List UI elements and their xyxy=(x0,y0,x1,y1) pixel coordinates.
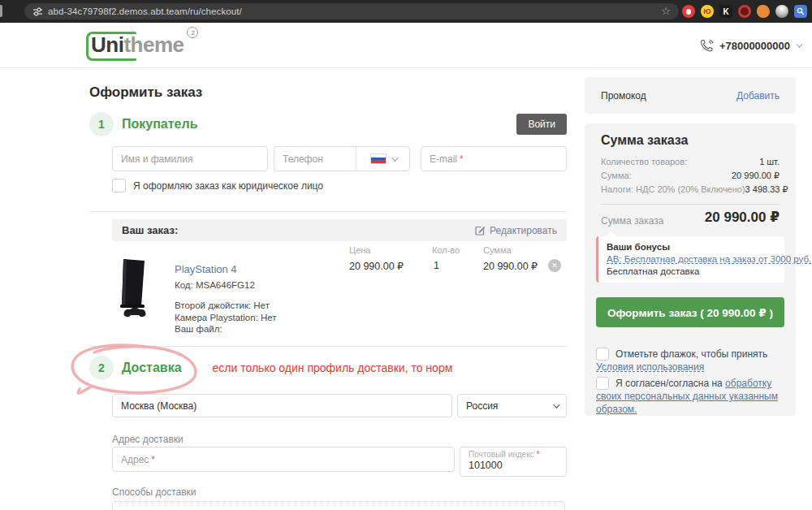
divider xyxy=(601,204,780,205)
extensions-row: Ю K xyxy=(682,0,812,23)
russia-flag-icon xyxy=(370,153,387,164)
order-title: Ваш заказ: xyxy=(122,224,178,236)
name-input[interactable] xyxy=(112,146,268,171)
product-info: PlayStation 4 Код: MSA646FG12 Второй джо… xyxy=(175,261,277,335)
yandex-extension-icon[interactable]: Ю xyxy=(701,5,714,18)
required-asterisk: * xyxy=(460,153,464,165)
search-extension-icon[interactable] xyxy=(794,5,807,18)
checkout-main: Оформить заказ 1 Покупатель Войти E-mail… xyxy=(89,81,567,510)
logo-text-theme: theme xyxy=(123,32,184,57)
pencil-icon xyxy=(475,225,486,236)
bookmark-star-icon[interactable]: ☆ xyxy=(661,5,671,17)
address-bar[interactable]: abd-34c79798f2.demos.abt.team/ru/checkou… xyxy=(24,3,679,19)
login-button[interactable]: Войти xyxy=(516,114,567,135)
chevron-down-icon xyxy=(553,401,559,408)
terms-link[interactable]: Условия использования xyxy=(596,361,704,373)
zip-value: 101000 xyxy=(469,460,558,471)
logo-version-badge: 2 xyxy=(187,27,198,38)
bonus-text: Бесплатная доставка xyxy=(607,266,776,278)
required-asterisk: * xyxy=(151,454,155,465)
divider xyxy=(89,346,567,347)
sphere-extension-icon[interactable] xyxy=(775,5,788,18)
bonus-promo-link[interactable]: АВ: Бесплатная доставка на заказ от 3000… xyxy=(607,253,776,266)
product-sum: 20 990.00 ₽ xyxy=(483,260,538,272)
phone-input-group xyxy=(274,146,410,171)
red-extension-icon[interactable] xyxy=(682,5,695,18)
window-edge-sliver xyxy=(0,5,2,17)
product-code: Код: MSA646FG12 xyxy=(175,280,277,290)
site-header: Unitheme 2 +78000000000 xyxy=(0,23,812,68)
header-phone-number: +78000000000 xyxy=(719,40,790,52)
country-select[interactable]: Россия xyxy=(457,394,567,417)
legal-entity-label: Я оформляю заказ как юридическое лицо xyxy=(133,180,323,192)
site-settings-icon[interactable] xyxy=(32,6,43,17)
url-text[interactable]: abd-34c79798f2.demos.abt.team/ru/checkou… xyxy=(48,6,242,16)
column-header-qty: Кол-во xyxy=(432,245,460,255)
terms-checkbox-row: Отметьте флажок, чтобы принять Условия и… xyxy=(596,348,784,374)
product-spec: Ваш файл: xyxy=(175,323,277,335)
city-input[interactable] xyxy=(112,394,452,417)
edit-order-link[interactable]: Редактировать xyxy=(475,225,557,236)
step2-number-badge: 2 xyxy=(89,356,114,380)
k-extension-icon[interactable]: K xyxy=(719,5,732,18)
product-price: 20 990.00 ₽ xyxy=(349,260,404,272)
consent-text: Я согласен/согласна на xyxy=(615,378,725,389)
terms-checkbox[interactable] xyxy=(596,348,609,361)
bonuses-box: Ваши бонусы АВ: Бесплатная доставка на з… xyxy=(596,236,784,283)
product-image[interactable] xyxy=(112,257,158,324)
city-country-row: Россия xyxy=(112,394,567,417)
step1-title: Покупатель xyxy=(122,117,197,132)
zip-input[interactable]: Почтовый индекс* 101000 xyxy=(460,447,567,477)
promo-add-link[interactable]: Добавить xyxy=(736,90,780,102)
header-phone-block[interactable]: +78000000000 xyxy=(700,23,801,68)
phone-icon xyxy=(700,39,714,53)
address-section-label: Адрес доставки xyxy=(112,434,184,445)
summary-title: Сумма заказа xyxy=(601,133,688,148)
fox-extension-icon[interactable] xyxy=(757,5,770,18)
step1-header: 1 Покупатель Войти xyxy=(89,112,567,136)
shipping-methods-box xyxy=(112,501,565,510)
product-specs: Второй джойстик: Нет Камера Playstation:… xyxy=(175,300,277,335)
column-header-sum: Сумма xyxy=(483,245,512,255)
country-code-dropdown[interactable] xyxy=(356,153,409,164)
submit-order-button[interactable]: Оформить заказ ( 20 990.00 ₽ ) xyxy=(596,297,784,327)
terms-text: Отметьте флажок, чтобы принять xyxy=(615,348,767,360)
page-title: Оформить заказ xyxy=(89,84,202,101)
shipping-section-label: Способы доставки xyxy=(112,486,197,498)
consent-checkbox-row: Я согласен/согласна на обработку своих п… xyxy=(596,377,784,416)
email-input[interactable]: E-mail * xyxy=(421,146,567,171)
required-asterisk: * xyxy=(537,450,540,459)
reviewer-annotation-text: если только один профиль доставки, то но… xyxy=(213,361,453,374)
summary-row-subtotal: Сумма: 20 990.00 ₽ xyxy=(601,171,780,181)
summary-row-taxes: Налоги: НДС 20% (20% Включено) 3 498.33 … xyxy=(601,184,780,195)
promo-card: Промокод Добавить xyxy=(585,77,796,114)
bonuses-title: Ваши бонусы xyxy=(607,241,776,253)
legal-entity-checkbox[interactable] xyxy=(112,179,126,192)
chevron-down-icon xyxy=(796,41,802,47)
total-value: 20 990.00 ₽ xyxy=(705,209,780,226)
consent-checkbox[interactable] xyxy=(596,377,609,390)
remove-item-button[interactable]: ✕ xyxy=(548,259,561,272)
site-logo[interactable]: Unitheme 2 xyxy=(91,32,184,58)
browser-toolbar: abd-34c79798f2.demos.abt.team/ru/checkou… xyxy=(0,0,812,23)
step2-header: 2 Доставка если только один профиль дост… xyxy=(89,356,567,380)
phone-input[interactable] xyxy=(274,153,356,165)
total-label: Сумма заказа xyxy=(601,215,663,227)
order-header-bar: Ваш заказ: Редактировать xyxy=(112,219,567,241)
clock-extension-icon[interactable] xyxy=(738,5,751,18)
order-summary-card: Сумма заказа Количество товаров: 1 шт. С… xyxy=(585,123,796,416)
step1-number-badge: 1 xyxy=(89,112,114,136)
column-header-price: Цена xyxy=(349,245,370,255)
address-row: Адрес * Почтовый индекс* 101000 xyxy=(112,447,567,477)
divider xyxy=(89,211,567,212)
product-spec: Второй джойстик: Нет xyxy=(175,300,277,312)
product-qty: 1 xyxy=(434,260,439,271)
customer-fields-row: E-mail * xyxy=(112,146,567,171)
summary-row-items-count: Количество товаров: 1 шт. xyxy=(601,157,780,166)
logo-text-uni: Uni xyxy=(91,32,123,57)
address-input[interactable]: Адрес * xyxy=(112,447,455,472)
step2-title: Доставка xyxy=(122,361,182,375)
product-name-link[interactable]: PlayStation 4 xyxy=(175,263,237,275)
chevron-down-icon xyxy=(391,154,398,161)
promo-label: Промокод xyxy=(601,90,646,102)
